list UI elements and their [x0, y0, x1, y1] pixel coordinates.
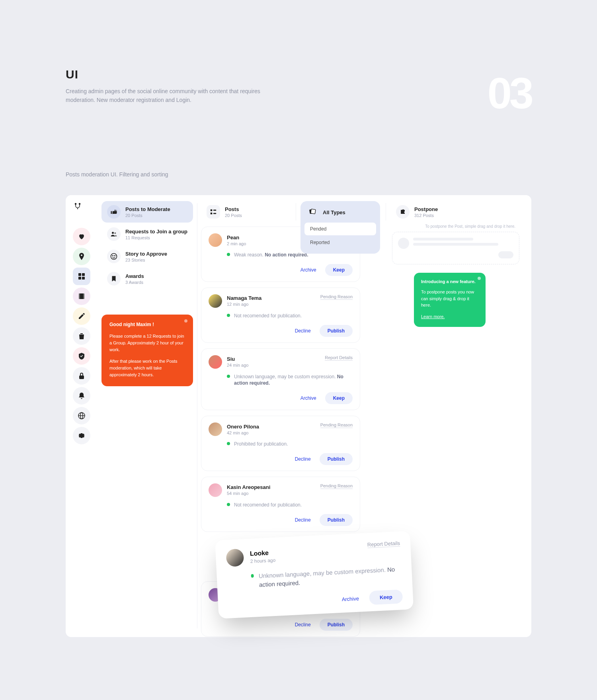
people-icon	[107, 227, 121, 241]
divider	[197, 203, 197, 628]
nav-globe[interactable]	[73, 407, 90, 424]
action-primary-button[interactable]: Keep	[325, 392, 353, 404]
list-icon	[207, 205, 220, 219]
svg-rect-20	[213, 213, 216, 214]
nav-bell[interactable]	[73, 387, 90, 405]
status-dot-icon	[227, 375, 230, 378]
svg-rect-7	[79, 293, 80, 299]
action-primary-button[interactable]: Publish	[320, 619, 353, 631]
cards-icon	[308, 207, 318, 217]
post-time: 12 min ago	[227, 302, 261, 307]
category-column: Posts to Moderate20 PostsRequests to Joi…	[101, 201, 193, 290]
filter-option-reported[interactable]: Reported	[304, 236, 376, 249]
nav-pencil[interactable]	[73, 307, 90, 325]
action-secondary-button[interactable]: Decline	[290, 453, 316, 465]
sidebar-rail	[66, 195, 98, 637]
svg-point-1	[79, 203, 80, 205]
action-primary-button[interactable]: Publish	[320, 453, 353, 465]
post-author: Kasin Areopesani	[227, 484, 270, 490]
postpone-header: Postpone 312 Posts	[392, 201, 519, 223]
post-card[interactable]: Namaga Tema12 min agoPending ReasonNot r…	[201, 287, 360, 343]
action-primary-button[interactable]: Keep	[325, 264, 353, 276]
post-details-link[interactable]: Pending Reason	[320, 422, 353, 428]
category-bookmark[interactable]: Awards3 Awards	[101, 268, 193, 289]
avatar	[209, 355, 222, 369]
notification-body1: Please complete a 12 Requests to join a …	[109, 333, 185, 353]
category-people[interactable]: Requests to Join a group11 Requests	[101, 223, 193, 245]
post-details-link[interactable]: Pending Reason	[320, 294, 353, 300]
postpone-count: 312 Posts	[414, 213, 438, 218]
action-secondary-button[interactable]: Decline	[290, 514, 316, 526]
nav-pin[interactable]	[73, 248, 90, 265]
status-dot-icon	[184, 319, 187, 323]
filter-header[interactable]: All Types	[304, 205, 376, 222]
posts-count: 20 Posts	[225, 213, 242, 218]
category-title: Posts to Moderate	[125, 206, 170, 212]
status-dot-icon	[251, 574, 254, 577]
archive-button[interactable]: Archive	[337, 591, 364, 606]
action-secondary-button[interactable]: Archive	[296, 264, 321, 276]
nav-trash[interactable]	[73, 327, 90, 345]
svg-rect-19	[213, 210, 216, 211]
svg-rect-4	[78, 277, 81, 280]
svg-point-14	[111, 254, 117, 260]
category-face[interactable]: Story to Approve23 Stories	[101, 246, 193, 267]
filter-dropdown[interactable]: All Types Pended Reported	[300, 201, 380, 254]
filter-option-pended[interactable]: Pended	[304, 223, 376, 235]
tip-link[interactable]: Learn more.	[421, 314, 445, 319]
nav-heart[interactable]	[73, 228, 90, 245]
post-time: 2 min ago	[227, 241, 246, 246]
divider	[386, 203, 386, 221]
post-time: 24 min ago	[227, 363, 248, 368]
svg-rect-22	[311, 209, 316, 214]
status-dot-icon	[227, 503, 230, 506]
svg-point-0	[75, 203, 76, 205]
action-secondary-button[interactable]: Decline	[290, 619, 316, 631]
postpone-hint: To postpone the Post, simple drag and dr…	[392, 223, 519, 232]
nav-gear[interactable]	[73, 427, 90, 444]
face-icon	[107, 250, 121, 263]
svg-point-13	[114, 232, 116, 234]
post-time: 42 min ago	[227, 430, 259, 435]
post-card-dragging[interactable]: Looke 2 hours ago Report Details Unknown…	[215, 531, 414, 618]
svg-point-15	[113, 256, 113, 256]
status-dot-icon	[227, 442, 230, 445]
post-author: Looke	[250, 549, 275, 557]
post-details-link[interactable]: Report Details	[325, 355, 353, 361]
post-author: Namaga Tema	[227, 295, 261, 301]
nav-film[interactable]	[73, 287, 90, 305]
app-window: Posts to Moderate20 PostsRequests to Joi…	[66, 195, 531, 637]
post-time: 2 hours ago	[250, 557, 276, 564]
status-dot-icon	[227, 253, 230, 256]
category-sub: 23 Stories	[125, 258, 167, 262]
post-reason: Unknown language, may be custom expressi…	[258, 565, 402, 589]
skeleton-lines	[413, 238, 513, 258]
category-thumbs[interactable]: Posts to Moderate20 Posts	[101, 201, 193, 223]
post-reason: Unknown language, may be custom expressi…	[234, 373, 353, 387]
nav-dashboard[interactable]	[73, 268, 90, 285]
svg-rect-8	[83, 293, 84, 299]
post-card[interactable]: Kasin Areopesani54 min agoPending Reason…	[201, 477, 360, 532]
svg-rect-3	[82, 273, 85, 276]
avatar	[209, 233, 222, 247]
tip-body: To postpone posts you now can simply dra…	[421, 289, 478, 309]
postpone-column: Postpone 312 Posts To postpone the Post,…	[392, 201, 519, 264]
avatar	[226, 549, 244, 567]
feature-tip: Introducing a new feature. To postpone p…	[414, 273, 486, 327]
action-primary-button[interactable]: Publish	[320, 325, 353, 337]
drop-zone[interactable]	[392, 232, 519, 264]
svg-point-12	[112, 232, 114, 234]
notification-card: Good night Maxim ! Please complete a 12 …	[101, 315, 193, 386]
action-secondary-button[interactable]: Decline	[290, 325, 316, 337]
post-card[interactable]: Onero Pilona42 min agoPending ReasonProh…	[201, 416, 360, 471]
nav-lock[interactable]	[73, 367, 90, 385]
action-secondary-button[interactable]: Archive	[296, 392, 321, 404]
post-details-link[interactable]: Pending Reason	[320, 483, 353, 489]
post-author: Pean	[227, 235, 246, 241]
action-primary-button[interactable]: Publish	[320, 514, 353, 526]
nav-shield[interactable]	[73, 347, 90, 365]
keep-button[interactable]: Keep	[369, 589, 403, 605]
post-card[interactable]: Siu24 min agoReport DetailsUnknown langu…	[201, 348, 360, 411]
category-sub: 20 Posts	[125, 213, 170, 218]
post-reason: Weak reason. No action required.	[234, 252, 308, 258]
